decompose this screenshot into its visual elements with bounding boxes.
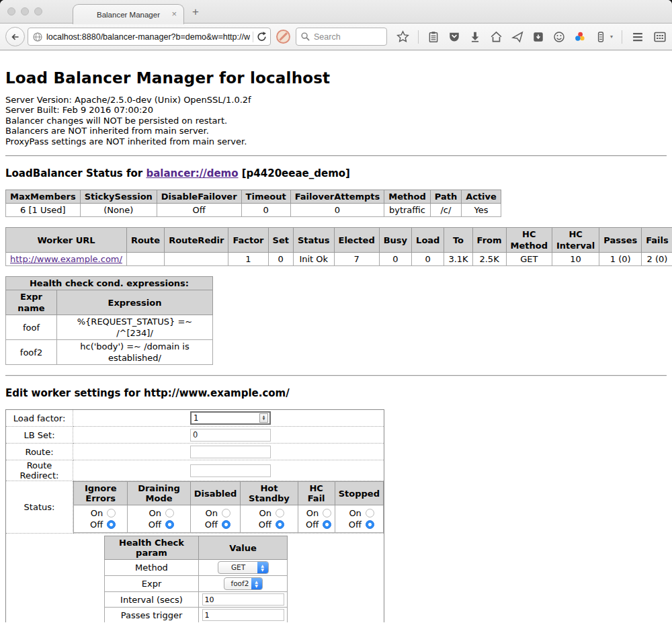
titlebar: Balancer Manager × +	[0, 0, 672, 24]
col-timeout: Timeout	[241, 190, 290, 204]
back-button[interactable]	[5, 27, 25, 46]
stopped-on-radio[interactable]	[366, 509, 374, 517]
search-bar[interactable]	[296, 28, 387, 46]
interval-input[interactable]	[202, 593, 284, 606]
search-input[interactable]	[314, 32, 381, 42]
col-stopped: Stopped	[335, 482, 383, 505]
tab-close-icon[interactable]: ×	[171, 9, 177, 19]
select-chevrons-icon: ▲▼	[251, 578, 262, 589]
hc-row-method: Method GET▲▼	[105, 560, 288, 576]
edit-worker-heading: Edit worker settings for http://www.exam…	[5, 387, 667, 399]
route-input[interactable]	[190, 446, 271, 458]
server-built-line: Server Built: Feb 9 2016 07:00:20	[5, 105, 667, 115]
col-draining-mode: Draining Mode	[128, 482, 190, 505]
form-row-status: Status: Ignore Errors Draining Mode Disa…	[6, 481, 384, 534]
chevron-down-icon[interactable]: ▾	[610, 34, 613, 40]
url-path: /balancer-manager?b=demo&w=http://www.ex…	[101, 32, 250, 42]
col-maxmembers: MaxMembers	[6, 190, 81, 204]
expr-row: foof %{REQUEST_STATUS} =~ /^[234]/	[6, 315, 213, 340]
balancer-status-heading: LoadBalancer Status for balancer://demo …	[5, 167, 667, 179]
toolbar-separator	[418, 30, 419, 44]
hc-row-passes: Passes trigger	[105, 608, 288, 622]
hot-standby-off-radio[interactable]	[276, 520, 284, 529]
col-active: Active	[462, 190, 501, 204]
url-domain: localhost:8880	[46, 32, 101, 42]
reload-icon[interactable]	[256, 31, 267, 42]
disabled-on-radio[interactable]	[222, 509, 230, 517]
heading-suffix: [p4420eeae_demo]	[239, 167, 350, 179]
server-info: Server Version: Apache/2.5.0-dev (Unix) …	[5, 95, 667, 147]
expr-select[interactable]: foof2▲▼	[224, 577, 263, 590]
col-hot-standby: Hot Standby	[241, 482, 298, 505]
hc-fail-on-radio[interactable]	[323, 509, 331, 517]
url-bar[interactable]: localhost:8880/balancer-manager?b=demo&w…	[28, 28, 271, 46]
method-select[interactable]: GET▲▼	[218, 561, 269, 574]
draining-mode-off-radio[interactable]	[165, 520, 174, 529]
panel-download-icon[interactable]	[532, 31, 544, 43]
col-hc-value: Value	[199, 536, 288, 560]
home-icon[interactable]	[490, 30, 503, 43]
browser-tab[interactable]: Balancer Manager ×	[73, 4, 184, 24]
page-title: Load Balancer Manager for localhost	[5, 69, 667, 87]
minimize-window-button[interactable]	[21, 7, 29, 15]
worker-url-link[interactable]: http://www.example.com/	[10, 254, 122, 264]
stopped-off-radio[interactable]	[366, 520, 374, 529]
panel-grid-icon[interactable]	[653, 30, 667, 44]
battery-addon-icon[interactable]	[595, 31, 607, 43]
col-stickysession: StickySession	[80, 190, 157, 204]
send-tab-icon[interactable]	[511, 31, 523, 43]
hc-fail-off-radio[interactable]	[323, 520, 331, 529]
persist-notice-line: Balancer changes will NOT be persisted o…	[5, 116, 667, 126]
new-tab-button[interactable]: +	[192, 5, 199, 19]
lb-set-input[interactable]	[190, 429, 271, 442]
url-text: localhost:8880/balancer-manager?b=demo&w…	[46, 32, 250, 42]
number-stepper-icon[interactable]: ▲▼	[259, 413, 268, 423]
balancer-demo-link[interactable]: balancer://demo	[146, 167, 238, 179]
route-label: Route:	[6, 444, 73, 460]
draining-mode-on-radio[interactable]	[165, 509, 174, 517]
select-chevrons-icon: ▲▼	[257, 562, 268, 573]
globe-icon	[32, 32, 43, 42]
ignore-errors-on-radio[interactable]	[107, 509, 116, 517]
col-worker-url: Worker URL	[6, 228, 127, 253]
form-row-load-factor: Load factor: ▲▼	[6, 410, 384, 427]
col-method: Method	[384, 190, 430, 204]
bookmark-star-icon[interactable]	[396, 30, 409, 43]
server-version-line: Server Version: Apache/2.5.0-dev (Unix) …	[5, 95, 667, 105]
col-hc-param: Health Check param	[105, 536, 199, 560]
colors-addon-icon[interactable]	[574, 31, 586, 43]
inherit-notice-line: Balancers are NOT inherited from main se…	[5, 126, 667, 136]
worker-table: Worker URL Route RouteRedir Factor Set S…	[5, 227, 672, 266]
reading-list-icon[interactable]	[427, 31, 439, 43]
edit-form-table: Load factor: ▲▼ LB Set: Route: Route Red…	[5, 409, 384, 622]
form-row-lb-set: LB Set:	[6, 427, 384, 444]
load-factor-input[interactable]	[190, 411, 271, 425]
blocked-content-icon[interactable]	[276, 30, 290, 44]
feedback-smiley-icon[interactable]	[553, 31, 565, 43]
zoom-window-button[interactable]	[34, 7, 42, 15]
col-ignore-errors: Ignore Errors	[74, 482, 128, 505]
toolbar-icons: ▾	[396, 30, 667, 44]
hc-expr-title: Health check cond. expressions:	[6, 277, 213, 290]
ignore-errors-off-radio[interactable]	[107, 520, 116, 529]
hot-standby-on-radio[interactable]	[276, 509, 284, 517]
col-path: Path	[430, 190, 461, 204]
hc-expr-table: Health check cond. expressions: Expr nam…	[5, 276, 213, 365]
downloads-icon[interactable]	[469, 31, 481, 43]
route-redirect-label: Route Redirect:	[6, 460, 73, 481]
menu-hamburger-icon[interactable]	[631, 30, 644, 44]
col-expression: Expression	[57, 290, 213, 315]
pocket-icon[interactable]	[448, 31, 460, 43]
passes-input[interactable]	[202, 609, 284, 621]
form-row-route-redirect: Route Redirect:	[6, 460, 384, 481]
close-window-button[interactable]	[7, 7, 15, 15]
urlbar-separator	[253, 32, 253, 42]
search-icon	[300, 32, 310, 42]
toolbar-separator-2	[622, 30, 622, 44]
worker-row: http://www.example.com/ 1 0 Init Ok 7 0 …	[6, 253, 672, 266]
proxypass-notice-line: ProxyPass settings are NOT inherited fro…	[5, 136, 667, 147]
route-redirect-input[interactable]	[190, 464, 271, 477]
form-row-hc-params: Health Check param Value Method GET▲▼ Ex…	[6, 534, 384, 622]
hc-params-table: Health Check param Value Method GET▲▼ Ex…	[104, 536, 288, 622]
disabled-off-radio[interactable]	[222, 520, 230, 529]
